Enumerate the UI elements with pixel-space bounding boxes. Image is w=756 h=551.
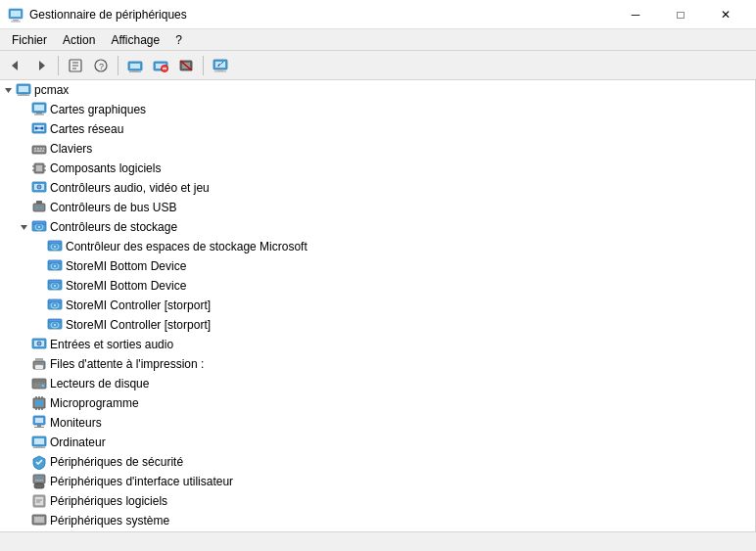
- svg-rect-114: [34, 427, 44, 428]
- tree-node-row[interactable]: Contrôleurs de stockage: [0, 217, 755, 237]
- expand-button[interactable]: [16, 376, 31, 391]
- tree-node-row[interactable]: Cartes graphiques: [0, 100, 755, 119]
- forward-button[interactable]: [29, 54, 53, 77]
- tree-node-row[interactable]: Microprogramme: [0, 393, 755, 413]
- svg-point-59: [38, 186, 40, 188]
- expand-button[interactable]: [16, 415, 31, 431]
- expand-button[interactable]: [16, 337, 31, 352]
- system-icon: [31, 513, 47, 528]
- close-button[interactable]: ✕: [703, 0, 748, 29]
- update-driver-button[interactable]: [123, 54, 147, 77]
- expand-button[interactable]: [16, 356, 31, 372]
- window-title: Gestionnaire de périphériques: [29, 8, 187, 22]
- svg-rect-117: [36, 446, 42, 447]
- svg-rect-84: [48, 299, 62, 302]
- storage-icon: [47, 298, 63, 313]
- help-button[interactable]: ?: [89, 54, 113, 77]
- node-label: StoreMI Controller [storport]: [66, 318, 211, 332]
- expand-button[interactable]: [31, 258, 47, 274]
- uninstall-button[interactable]: [174, 54, 198, 77]
- maximize-button[interactable]: □: [658, 0, 703, 29]
- printer-icon: [31, 356, 47, 372]
- menu-fichier[interactable]: Fichier: [4, 31, 55, 49]
- expand-button[interactable]: [31, 278, 47, 294]
- menu-help[interactable]: ?: [167, 31, 190, 49]
- expand-button[interactable]: [31, 298, 47, 313]
- tree-node: Entrées et sorties audio: [0, 335, 755, 354]
- svg-point-92: [38, 343, 40, 344]
- tree-node-row[interactable]: Moniteurs: [0, 413, 755, 433]
- tree-node-row[interactable]: StoreMI Controller [storport]: [0, 315, 755, 335]
- tree-node: Claviers: [0, 139, 755, 159]
- expand-button[interactable]: [31, 239, 47, 254]
- svg-rect-14: [132, 70, 138, 71]
- root-node-row[interactable]: pcmax: [0, 80, 755, 100]
- window-controls: ─ □ ✕: [613, 0, 748, 29]
- back-button[interactable]: [4, 54, 27, 77]
- expand-button[interactable]: [16, 200, 31, 215]
- expand-button[interactable]: [16, 435, 31, 450]
- expand-button[interactable]: [16, 141, 31, 157]
- tree-node-row[interactable]: Contrôleurs de bus USB: [0, 198, 755, 217]
- svg-point-67: [38, 226, 40, 228]
- device-tree[interactable]: pcmax Cartes graphiques Cartes réseau Cl…: [0, 80, 756, 531]
- storage-icon: [47, 258, 63, 274]
- tree-node: Moniteurs: [0, 413, 755, 433]
- monitor2-icon: [31, 415, 47, 431]
- tree-node-row[interactable]: StoreMI Bottom Device: [0, 256, 755, 276]
- audio-icon: [31, 337, 47, 352]
- disable-button[interactable]: [149, 54, 172, 77]
- node-label: Claviers: [50, 142, 92, 156]
- minimize-button[interactable]: ─: [613, 0, 658, 29]
- tree-node-row[interactable]: Files d'attente à l'impression :: [0, 354, 755, 374]
- scan-button[interactable]: [209, 54, 232, 77]
- svg-rect-1: [11, 11, 21, 17]
- svg-rect-31: [21, 94, 26, 95]
- svg-point-87: [54, 324, 56, 326]
- tree-node: Cartes réseau: [0, 119, 755, 139]
- menu-action[interactable]: Action: [55, 31, 103, 49]
- disk-icon: [31, 376, 47, 391]
- toolbar-sep-1: [58, 56, 59, 75]
- svg-rect-129: [34, 517, 44, 523]
- node-label: Périphériques d'interface utilisateur: [50, 475, 233, 488]
- svg-rect-15: [129, 71, 141, 72]
- expand-button[interactable]: [16, 180, 31, 196]
- tree-node-row[interactable]: Contrôleur des espaces de stockage Micro…: [0, 237, 755, 256]
- expand-button[interactable]: [16, 513, 31, 528]
- tree-node-row[interactable]: Cartes réseau: [0, 119, 755, 139]
- keyboard-icon: [31, 141, 47, 157]
- svg-rect-125: [35, 497, 43, 505]
- tree-node-row[interactable]: StoreMI Bottom Device: [0, 276, 755, 296]
- properties-button[interactable]: [64, 54, 87, 77]
- hid-icon: [31, 474, 47, 489]
- root-expand-button[interactable]: [0, 82, 16, 98]
- tree-node-row[interactable]: Périphériques de sécurité: [0, 452, 755, 472]
- tree-node-row[interactable]: Entrées et sorties audio: [0, 335, 755, 354]
- expand-button[interactable]: [16, 161, 31, 176]
- tree-node-row[interactable]: Ordinateur: [0, 433, 755, 452]
- expand-button[interactable]: [16, 121, 31, 137]
- expand-button[interactable]: [31, 317, 47, 333]
- svg-rect-26: [214, 70, 226, 71]
- expand-button[interactable]: [16, 219, 31, 235]
- expand-button[interactable]: [16, 474, 31, 489]
- toolbar-sep-3: [203, 56, 204, 75]
- tree-node-row[interactable]: Composants logiciels: [0, 159, 755, 178]
- expand-button[interactable]: [16, 454, 31, 470]
- svg-rect-51: [36, 165, 42, 171]
- tree-node-row[interactable]: Contrôleurs audio, vidéo et jeu: [0, 178, 755, 198]
- tree-node-row[interactable]: Lecteurs de disque: [0, 374, 755, 393]
- expand-button[interactable]: [16, 493, 31, 509]
- expand-button[interactable]: [16, 395, 31, 411]
- tree-node-row[interactable]: Périphériques système: [0, 511, 755, 530]
- svg-rect-30: [19, 86, 28, 92]
- tree-node-row[interactable]: Périphériques logiciels: [0, 491, 755, 511]
- tree-node-row[interactable]: Claviers: [0, 139, 755, 159]
- menu-affichage[interactable]: Affichage: [103, 31, 167, 49]
- computer-icon: [16, 82, 31, 98]
- tree-node-row[interactable]: StoreMI Controller [storport]: [0, 296, 755, 315]
- tree-root: pcmax Cartes graphiques Cartes réseau Cl…: [0, 80, 755, 531]
- expand-button[interactable]: [16, 102, 31, 117]
- tree-node-row[interactable]: Périphériques d'interface utilisateur: [0, 472, 755, 491]
